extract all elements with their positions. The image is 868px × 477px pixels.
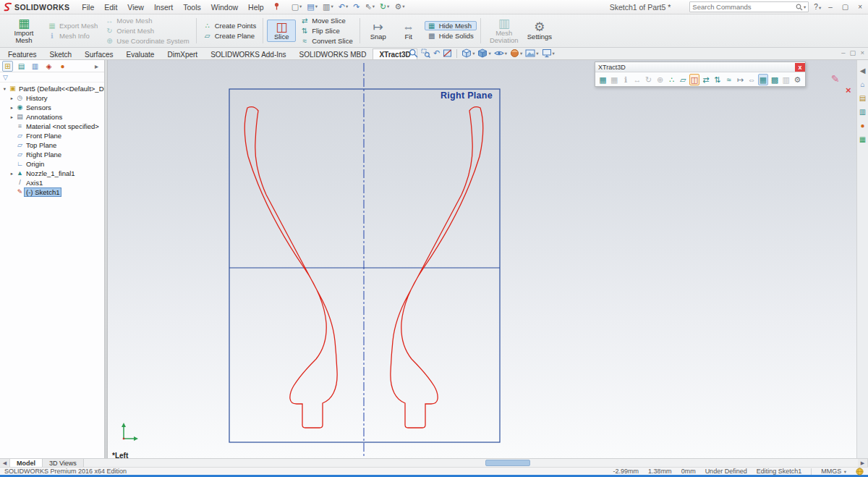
tab-scroll-left-icon[interactable]: ◀: [0, 459, 10, 467]
hide-solids-button[interactable]: ▩Hide Solids: [425, 31, 477, 41]
apply-scene-icon[interactable]: ▾: [525, 48, 538, 58]
sketch-profile-left[interactable]: [244, 107, 337, 428]
chevron-down-icon[interactable]: ▾: [520, 51, 522, 56]
propertymanager-tab[interactable]: ▤: [16, 61, 27, 72]
use-coordinate-system-button[interactable]: ⊕Use Coordinate System: [102, 36, 192, 46]
import-mesh-button[interactable]: ▦ Import Mesh: [4, 16, 43, 46]
doc-minimize-icon[interactable]: –: [841, 48, 845, 56]
xtract3d-titlebar[interactable]: XTract3D x: [595, 62, 805, 72]
display-style-icon[interactable]: ▾: [477, 48, 490, 58]
menu-insert[interactable]: Insert: [149, 3, 178, 12]
close-button[interactable]: ×: [856, 3, 864, 11]
tab-dimxpert[interactable]: DimXpert: [161, 48, 204, 59]
undo-button[interactable]: ↶▾: [337, 3, 349, 11]
tab-solidworks-add-ins[interactable]: SOLIDWORKS Add-Ins: [204, 48, 292, 59]
menu-file[interactable]: File: [77, 3, 99, 12]
xtract-create-plane-icon[interactable]: ▱: [678, 74, 689, 85]
hide-mesh-button[interactable]: ▦Hide Mesh: [425, 21, 477, 30]
xtract-use-coordinate-system-icon[interactable]: ⊕: [655, 74, 665, 85]
expand-icon[interactable]: ▸: [9, 114, 15, 120]
help-button[interactable]: ?▾: [814, 3, 821, 11]
chevron-down-icon[interactable]: ▾: [472, 51, 475, 56]
rebuild-button[interactable]: ↻▾: [378, 3, 391, 11]
xtract-move-slice-icon[interactable]: ⇄: [700, 74, 711, 85]
configurationmanager-tab[interactable]: ▥: [30, 61, 41, 72]
xtract-flip-slice-icon[interactable]: ⇅: [712, 74, 723, 85]
file-explorer-icon[interactable]: ▥: [859, 109, 866, 116]
tree-item-top-plane[interactable]: ▱ Top Plane: [0, 140, 104, 150]
graphics-area[interactable]: Right Plane *Left ✎ × XTract3D x ▦ ▦ ℹ ↔…: [108, 60, 856, 458]
tree-item-nozzle-1-final1[interactable]: ▸ ▲ Nozzle_1_final1: [0, 169, 104, 178]
expand-icon[interactable]: ▸: [9, 105, 15, 111]
chevron-down-icon[interactable]: ▾: [373, 4, 375, 9]
xtract-import-mesh-icon[interactable]: ▦: [597, 74, 608, 85]
manager-tabs-overflow-icon[interactable]: ▸: [91, 61, 102, 72]
xtract-mesh-deviation-icon[interactable]: ▥: [780, 74, 791, 85]
chevron-down-icon[interactable]: ▾: [331, 4, 333, 9]
zoom-fit-icon[interactable]: [409, 48, 418, 58]
new-document-button[interactable]: ▢▾: [290, 3, 304, 11]
chevron-down-icon[interactable]: ▾: [536, 51, 538, 56]
maximize-button[interactable]: ▢: [840, 3, 851, 11]
mesh-deviation-button[interactable]: ▥ Mesh Deviation: [485, 16, 524, 46]
tree-item-right-plane[interactable]: ▱ Right Plane: [0, 150, 104, 159]
xtract-orient-mesh-icon[interactable]: ↻: [643, 74, 654, 85]
search-icon[interactable]: [796, 4, 803, 11]
redo-button[interactable]: ↷: [352, 3, 361, 11]
expand-icon[interactable]: ▸: [9, 96, 15, 101]
xtract-move-mesh-icon[interactable]: ↔: [631, 74, 642, 85]
featuremanager-tab[interactable]: ⊞: [2, 61, 13, 72]
doc-close-icon[interactable]: ×: [860, 48, 864, 56]
expand-icon[interactable]: ▸: [9, 171, 15, 177]
menu-tools[interactable]: Tools: [178, 3, 206, 12]
edit-appearance-icon[interactable]: ▾: [510, 48, 522, 58]
minimize-button[interactable]: –: [826, 3, 835, 11]
displaymanager-tab[interactable]: ●: [57, 61, 68, 72]
chevron-down-icon[interactable]: ▾: [346, 4, 348, 9]
xtract-hide-solids-icon[interactable]: ▩: [769, 74, 780, 85]
chevron-down-icon[interactable]: ▾: [488, 51, 490, 56]
xtract3d-close-button[interactable]: x: [795, 63, 805, 72]
tree-item-axis1[interactable]: / Axis1: [0, 178, 104, 187]
xtract-create-points-icon[interactable]: ∴: [666, 74, 677, 85]
sketch-canvas[interactable]: [108, 60, 856, 458]
menu-edit[interactable]: Edit: [99, 3, 122, 12]
xtract-slice-icon[interactable]: ◫: [689, 74, 700, 85]
chevron-down-icon[interactable]: ▾: [299, 4, 302, 9]
solidworks-resources-icon[interactable]: ⌂: [860, 81, 864, 88]
move-slice-button[interactable]: ⇄Move Slice: [297, 16, 356, 25]
horizontal-scrollbar[interactable]: [84, 459, 858, 467]
chevron-down-icon[interactable]: ▾: [315, 4, 318, 9]
search-dropdown-icon[interactable]: ▾: [804, 4, 806, 10]
tree-item-origin[interactable]: ∟ Origin: [0, 159, 104, 169]
previous-view-icon[interactable]: ↶: [433, 48, 440, 58]
tab-sketch[interactable]: Sketch: [43, 48, 78, 59]
task-pane-expand-icon[interactable]: ◀: [860, 67, 866, 75]
xtract-mesh-info-icon[interactable]: ℹ: [621, 74, 631, 85]
chevron-down-icon[interactable]: ▾: [387, 4, 389, 9]
xtract-snap-icon[interactable]: ↦: [735, 74, 746, 85]
tags-globe-icon[interactable]: [856, 468, 864, 476]
export-mesh-button[interactable]: ▦Export Mesh: [45, 21, 101, 30]
menu-view[interactable]: View: [122, 3, 149, 12]
flip-slice-button[interactable]: ⇅Flip Slice: [297, 26, 356, 35]
select-button[interactable]: ⇖▾: [363, 3, 375, 11]
design-library-icon[interactable]: ▤: [859, 95, 866, 102]
tree-item-history[interactable]: ▸ ◷ History: [0, 93, 104, 103]
create-plane-button[interactable]: ▱Create Plane: [200, 31, 260, 41]
chevron-down-icon[interactable]: ▾: [402, 4, 404, 9]
snap-button[interactable]: ↦ Snap: [364, 20, 393, 42]
settings-button[interactable]: ⚙ Settings: [525, 20, 554, 42]
appearances-scenes-icon[interactable]: ●: [860, 122, 864, 130]
section-view-icon[interactable]: [443, 48, 452, 58]
hide-show-items-icon[interactable]: ▾: [494, 48, 507, 58]
tree-filter-bar[interactable]: ▽: [0, 72, 104, 83]
dimxpertmanager-tab[interactable]: ◈: [43, 61, 54, 72]
options-button[interactable]: ⚙▾: [393, 3, 406, 11]
unit-system-selector[interactable]: MMGS ▾: [821, 468, 846, 475]
view-orientation-icon[interactable]: ▾: [461, 48, 475, 58]
right-plane-border[interactable]: [229, 89, 500, 442]
move-mesh-button[interactable]: ↔Move Mesh: [102, 16, 192, 25]
chevron-down-icon[interactable]: ▾: [505, 51, 507, 56]
expand-icon[interactable]: ▾: [1, 86, 8, 92]
